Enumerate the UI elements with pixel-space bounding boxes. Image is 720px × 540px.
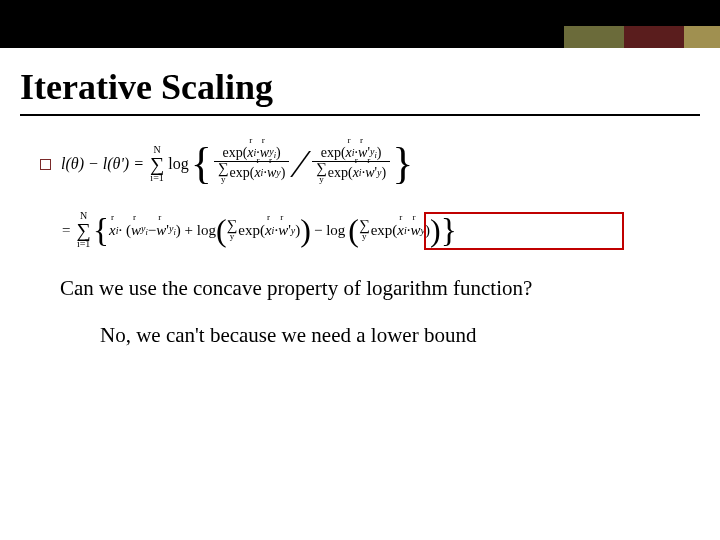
bullet-icon — [40, 159, 51, 170]
content-area: l(θ) − l(θ') = N ∑ i=1 log { exp(xi · wy… — [0, 116, 720, 348]
eq1-log: log — [168, 155, 188, 173]
eq1-f2-densum: y — [319, 175, 324, 184]
eq1-frac2: exp(xi · w'yi) ∑y exp(xi · w'y) — [312, 145, 390, 184]
eq1-lhs: l(θ) − l(θ') = — [61, 155, 144, 173]
paren-open-2: ( — [348, 214, 359, 246]
title-area: Iterative Scaling — [0, 48, 720, 116]
eq1-sum-bot: i=1 — [150, 173, 163, 183]
eq1-frac1: exp(xi · wyi) ∑y exp(xi · wy) — [214, 145, 290, 184]
eq2-sum-bot: i=1 — [77, 239, 90, 249]
decor-maroon — [624, 26, 684, 48]
big-slash: ⁄ — [297, 144, 304, 184]
header-bar — [0, 0, 720, 48]
eq1-sum: N ∑ i=1 — [150, 145, 164, 183]
brace-close-1: } — [392, 142, 413, 186]
decor-olive — [564, 26, 624, 48]
paren-close-1: ) — [300, 214, 311, 246]
equation-block: l(θ) − l(θ') = N ∑ i=1 log { exp(xi · wy… — [40, 136, 680, 250]
brace-close-2: } — [441, 208, 457, 252]
paren-open-1: ( — [216, 214, 227, 246]
brace-open-1: { — [191, 142, 212, 186]
equation-1: l(θ) − l(θ') = N ∑ i=1 log { exp(xi · wy… — [40, 136, 680, 192]
brace-open-2: { — [93, 208, 109, 252]
eq2-equals: = — [62, 222, 70, 239]
answer-text: No, we can't because we need a lower bou… — [100, 323, 680, 348]
eq2-i1-sum: y — [230, 232, 235, 241]
slide-title: Iterative Scaling — [20, 66, 700, 108]
question-text: Can we use the concave property of logar… — [60, 276, 680, 301]
eq2-i2-sum: y — [362, 232, 367, 241]
eq2-sum: N ∑ i=1 — [76, 211, 90, 249]
eq1-f1-densum: y — [221, 175, 226, 184]
paren-close-2: ) — [430, 214, 441, 246]
decor-tan — [684, 26, 720, 48]
equation-2: = N ∑ i=1 { xi · (wyi − w'yi) + log ( ∑y… — [62, 210, 680, 250]
